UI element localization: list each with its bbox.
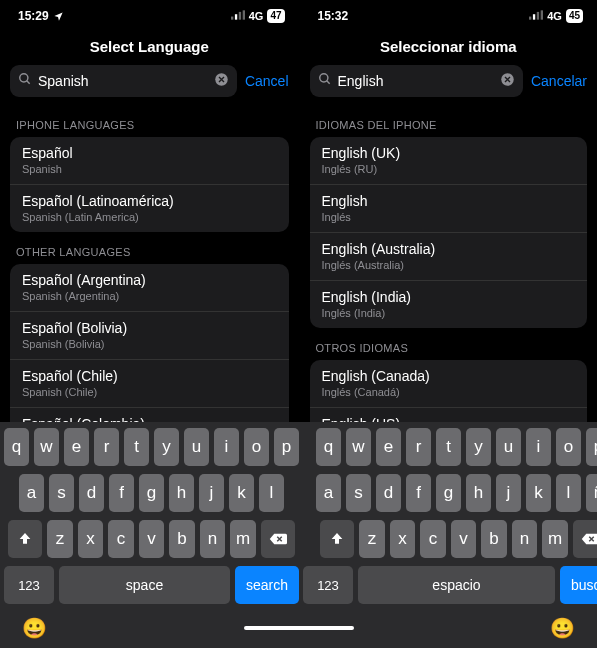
key-h[interactable]: h xyxy=(466,474,491,512)
status-network: 4G xyxy=(547,10,562,22)
home-indicator xyxy=(244,626,354,630)
key-p[interactable]: p xyxy=(274,428,299,466)
key-b[interactable]: b xyxy=(169,520,195,558)
keyboard-right: qwertyuiop asdfghjklñ zxcvbnm 123 espaci… xyxy=(303,428,597,612)
key-l[interactable]: l xyxy=(259,474,284,512)
search-value: Spanish xyxy=(38,73,208,89)
list-item[interactable]: English (Australia)Inglés (Australia) xyxy=(310,233,588,281)
action-key[interactable]: search xyxy=(235,566,299,604)
key-o[interactable]: o xyxy=(244,428,269,466)
key-x[interactable]: x xyxy=(390,520,416,558)
list-item[interactable]: Español (Chile)Spanish (Chile) xyxy=(10,360,289,408)
key-f[interactable]: f xyxy=(109,474,134,512)
emoji-key[interactable]: 😀 xyxy=(22,616,47,640)
list-item[interactable]: Español (Latinoamérica)Spanish (Latin Am… xyxy=(10,185,289,232)
key-q[interactable]: q xyxy=(316,428,341,466)
language-list-preferred: English (UK)Inglés (RU) EnglishInglés En… xyxy=(310,137,588,328)
key-ñ[interactable]: ñ xyxy=(586,474,597,512)
svg-rect-3 xyxy=(242,10,244,19)
action-key[interactable]: buscar xyxy=(560,566,597,604)
key-e[interactable]: e xyxy=(376,428,401,466)
key-w[interactable]: w xyxy=(34,428,59,466)
keyboard: qwertyuiop asdfghjkl zxcvbnm 123 space s… xyxy=(0,422,597,648)
numeric-key[interactable]: 123 xyxy=(4,566,54,604)
signal-icon xyxy=(231,10,245,22)
key-r[interactable]: r xyxy=(406,428,431,466)
key-c[interactable]: c xyxy=(108,520,134,558)
list-item[interactable]: English (UK)Inglés (RU) xyxy=(310,137,588,185)
list-item[interactable]: Español (Argentina)Spanish (Argentina) xyxy=(10,264,289,312)
key-i[interactable]: i xyxy=(526,428,551,466)
key-z[interactable]: z xyxy=(359,520,385,558)
language-list-preferred: EspañolSpanish Español (Latinoamérica)Sp… xyxy=(10,137,289,232)
key-g[interactable]: g xyxy=(436,474,461,512)
key-o[interactable]: o xyxy=(556,428,581,466)
space-key[interactable]: space xyxy=(59,566,230,604)
backspace-key[interactable] xyxy=(573,520,597,558)
emoji-key[interactable]: 😀 xyxy=(550,616,575,640)
key-q[interactable]: q xyxy=(4,428,29,466)
key-h[interactable]: h xyxy=(169,474,194,512)
search-value: English xyxy=(338,73,494,89)
key-t[interactable]: t xyxy=(436,428,461,466)
backspace-key[interactable] xyxy=(261,520,295,558)
key-k[interactable]: k xyxy=(526,474,551,512)
key-y[interactable]: y xyxy=(466,428,491,466)
section-header: Otros idiomas xyxy=(300,328,598,360)
key-n[interactable]: n xyxy=(512,520,538,558)
cancel-button[interactable]: Cancel xyxy=(245,73,289,89)
key-s[interactable]: s xyxy=(49,474,74,512)
key-z[interactable]: z xyxy=(47,520,73,558)
key-d[interactable]: d xyxy=(79,474,104,512)
key-d[interactable]: d xyxy=(376,474,401,512)
search-input[interactable]: Spanish xyxy=(10,65,237,97)
shift-key[interactable] xyxy=(8,520,42,558)
key-a[interactable]: a xyxy=(19,474,44,512)
key-j[interactable]: j xyxy=(496,474,521,512)
list-item[interactable]: EspañolSpanish xyxy=(10,137,289,185)
section-header: Other Languages xyxy=(0,232,299,264)
key-s[interactable]: s xyxy=(346,474,371,512)
key-f[interactable]: f xyxy=(406,474,431,512)
key-u[interactable]: u xyxy=(184,428,209,466)
key-r[interactable]: r xyxy=(94,428,119,466)
clear-icon[interactable] xyxy=(214,72,229,91)
key-u[interactable]: u xyxy=(496,428,521,466)
list-item[interactable]: EnglishInglés xyxy=(310,185,588,233)
key-e[interactable]: e xyxy=(64,428,89,466)
svg-line-5 xyxy=(27,81,30,84)
key-b[interactable]: b xyxy=(481,520,507,558)
svg-rect-9 xyxy=(537,12,539,20)
key-p[interactable]: p xyxy=(586,428,597,466)
section-header: iPhone Languages xyxy=(0,105,299,137)
key-l[interactable]: l xyxy=(556,474,581,512)
key-m[interactable]: m xyxy=(230,520,256,558)
search-input[interactable]: English xyxy=(310,65,523,97)
numeric-key[interactable]: 123 xyxy=(303,566,353,604)
key-x[interactable]: x xyxy=(78,520,104,558)
key-t[interactable]: t xyxy=(124,428,149,466)
key-j[interactable]: j xyxy=(199,474,224,512)
key-v[interactable]: v xyxy=(451,520,477,558)
search-icon xyxy=(18,72,32,90)
list-item[interactable]: English (Canada)Inglés (Canadá) xyxy=(310,360,588,408)
page-title: Select Language xyxy=(0,32,299,65)
shift-key[interactable] xyxy=(320,520,354,558)
list-item[interactable]: English (India)Inglés (India) xyxy=(310,281,588,328)
list-item[interactable]: Español (Bolivia)Spanish (Bolivia) xyxy=(10,312,289,360)
key-c[interactable]: c xyxy=(420,520,446,558)
key-k[interactable]: k xyxy=(229,474,254,512)
key-g[interactable]: g xyxy=(139,474,164,512)
key-a[interactable]: a xyxy=(316,474,341,512)
signal-icon xyxy=(529,10,543,22)
key-w[interactable]: w xyxy=(346,428,371,466)
clear-icon[interactable] xyxy=(500,72,515,91)
cancel-button[interactable]: Cancelar xyxy=(531,73,587,89)
key-i[interactable]: i xyxy=(214,428,239,466)
space-key[interactable]: espacio xyxy=(358,566,555,604)
status-time: 15:29 xyxy=(18,9,49,23)
key-y[interactable]: y xyxy=(154,428,179,466)
key-n[interactable]: n xyxy=(200,520,226,558)
key-v[interactable]: v xyxy=(139,520,165,558)
key-m[interactable]: m xyxy=(542,520,568,558)
